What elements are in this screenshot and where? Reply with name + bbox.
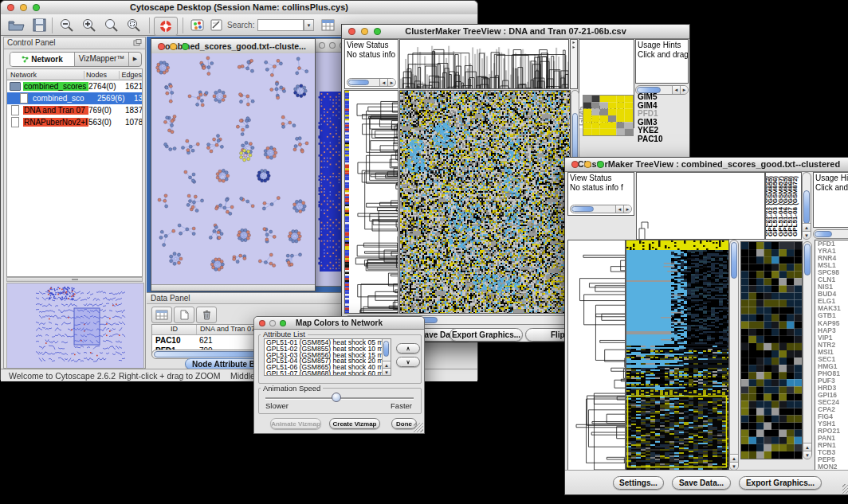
scrollbar-thumb[interactable] xyxy=(804,244,811,275)
close-icon[interactable] xyxy=(158,43,165,50)
scrollbar-thumb[interactable] xyxy=(731,242,737,279)
col-network[interactable]: Network xyxy=(7,71,84,79)
scroll-up-icon[interactable]: ▲ xyxy=(803,443,811,451)
tv1-heatmap-canvas[interactable] xyxy=(400,91,570,313)
delete-attribute-button[interactable] xyxy=(196,307,217,323)
tv2-action-button[interactable]: Save Data... xyxy=(672,476,731,490)
tab-overflow-arrow[interactable]: ▶ xyxy=(129,53,141,66)
network-hscrollbar[interactable] xyxy=(151,284,315,291)
scroll-left-icon[interactable]: ◄ xyxy=(379,79,387,86)
tv2-action-button[interactable]: Export Graphics... xyxy=(739,476,822,490)
scrollbar-thumb[interactable] xyxy=(815,231,832,237)
tv2-column-label[interactable]: GPL51-08 (GSM872) xyxy=(791,176,799,236)
close-icon[interactable] xyxy=(348,28,355,35)
col-edges[interactable]: Edges xyxy=(120,71,142,79)
scroll-down-icon[interactable]: ▼ xyxy=(803,451,811,459)
minimize-icon[interactable] xyxy=(269,320,276,326)
scroll-right-icon[interactable]: ► xyxy=(387,79,395,86)
main-titlebar[interactable]: Cytoscape Desktop (Session Name: collins… xyxy=(1,1,477,15)
minimize-icon[interactable] xyxy=(584,161,591,168)
tv1-row-dendrogram-canvas[interactable] xyxy=(350,91,398,313)
tv2-zoom-heatmap-canvas[interactable] xyxy=(741,242,802,459)
tv2-column-dendrogram-canvas[interactable] xyxy=(637,173,764,239)
scrollbar-thumb[interactable] xyxy=(571,206,594,212)
network-view-window[interactable]: combined_scores_good.txt--cluste... xyxy=(151,38,316,291)
close-icon[interactable] xyxy=(571,161,579,168)
treeview1-titlebar[interactable]: ClusterMaker TreeView : DNA and Tran 07-… xyxy=(342,25,689,39)
new-attribute-button[interactable] xyxy=(174,307,194,323)
scroll-up-icon[interactable]: ▲ xyxy=(803,223,811,231)
tv2-action-button[interactable]: Settings... xyxy=(613,476,664,490)
scrollbar-thumb[interactable] xyxy=(348,80,369,85)
scroll-left-icon[interactable]: ◄ xyxy=(615,205,623,213)
search-dropdown-button[interactable]: ▼ xyxy=(304,19,314,31)
attribute-listbox[interactable]: GPL51-01 (GSM854) heat shock 05 minGPL51… xyxy=(264,338,391,376)
tv1-mini-matrix-canvas[interactable] xyxy=(583,95,634,136)
close-icon[interactable] xyxy=(7,4,14,11)
help-button[interactable] xyxy=(154,17,178,36)
zoom-fit-button[interactable] xyxy=(101,17,122,34)
treeview2-titlebar[interactable]: ClusterMaker TreeView : combined_scores_… xyxy=(565,158,848,172)
network-list-row[interactable]: DNA and Tran 07 769(0) 183728(0) xyxy=(7,104,142,116)
search-input[interactable] xyxy=(257,19,304,31)
scrollbar-thumb[interactable] xyxy=(383,341,389,357)
tv2-zoom-vscrollbar[interactable]: ▲ ▼ xyxy=(803,241,812,459)
vizmapper-button[interactable] xyxy=(187,17,208,34)
scroll-up-icon[interactable]: ▲ xyxy=(730,454,738,462)
scroll-up-icon[interactable]: ▲ xyxy=(383,361,391,368)
data-table-button[interactable] xyxy=(151,307,172,323)
zoom-in-button[interactable] xyxy=(79,17,100,34)
tv2-status-scrollbar[interactable]: ◄ ► xyxy=(570,205,632,213)
create-vizmap-button[interactable]: Create Vizmap xyxy=(329,418,380,429)
resize-grip[interactable] xyxy=(842,484,848,494)
scroll-down-icon[interactable]: ▼ xyxy=(730,462,738,470)
tv1-gene-label[interactable]: GIM5 xyxy=(638,93,687,102)
attribute-item[interactable]: GPL51-07 (GSM868) heat shock 60 min xyxy=(266,371,391,376)
tv2-labels-vscrollbar[interactable]: ▲ ▼ xyxy=(802,172,811,240)
scroll-down-icon[interactable]: ▼ xyxy=(803,231,811,239)
dialog-titlebar[interactable]: Map Colors to Network xyxy=(254,317,424,330)
tv1-dendrogram-scroll-strip[interactable]: ► ► xyxy=(570,39,578,89)
tv1-status-scrollbar[interactable]: ◄ ► xyxy=(347,78,396,87)
network-overview-canvas[interactable] xyxy=(6,283,144,370)
save-session-button[interactable] xyxy=(29,17,50,34)
close-icon[interactable] xyxy=(319,42,325,49)
panel-splitter[interactable] xyxy=(6,277,143,282)
network-list-row[interactable]: RNAPuberNov2+I 563(0) 107847(0) xyxy=(7,116,142,128)
zoom-window-icon[interactable] xyxy=(33,4,40,11)
move-down-button[interactable]: ∨ xyxy=(396,357,420,367)
float-panel-icon[interactable] xyxy=(133,39,142,47)
col-id[interactable]: ID xyxy=(152,325,197,334)
close-icon[interactable] xyxy=(259,320,265,326)
animate-vizmap-button[interactable]: Animate Vizmap xyxy=(270,418,321,429)
zoom-out-button[interactable] xyxy=(57,17,77,34)
zoom-window-icon[interactable] xyxy=(374,28,381,35)
scroll-right-icon[interactable]: ► xyxy=(623,205,631,213)
minimize-icon[interactable] xyxy=(170,43,177,50)
scrollbar-thumb[interactable] xyxy=(803,190,810,224)
annotation-button[interactable] xyxy=(206,17,227,34)
tv1-gene-label[interactable]: YKE2 xyxy=(638,127,687,135)
tv1-gene-label[interactable]: PFD1 xyxy=(638,110,687,119)
tv2-heatmap-canvas[interactable] xyxy=(626,240,728,470)
network-graph-canvas[interactable] xyxy=(151,53,315,284)
col-nodes[interactable]: Nodes xyxy=(84,71,120,79)
minimize-icon[interactable] xyxy=(20,4,27,11)
tv2-row-dendrogram-canvas[interactable] xyxy=(568,240,625,470)
zoom-window-icon[interactable] xyxy=(182,43,189,50)
tv2-heatmap-vscrollbar[interactable]: ▲ ▼ xyxy=(729,240,739,471)
tab-vizmapper[interactable]: VizMapper™ xyxy=(75,53,129,66)
attribute-browser-button[interactable] xyxy=(318,17,339,34)
tv1-action-button[interactable]: Export Graphics... xyxy=(450,328,523,342)
move-up-button[interactable]: ∧ xyxy=(396,343,420,354)
tv1-gene-label[interactable]: PAC10 xyxy=(638,135,687,144)
zoom-window-icon[interactable] xyxy=(597,161,604,168)
tv1-column-dendrogram-canvas[interactable] xyxy=(400,40,568,88)
zoom-window-icon[interactable] xyxy=(280,320,286,326)
tv2-usage-scrollbar[interactable] xyxy=(813,229,848,239)
scroll-right-icon[interactable]: ► xyxy=(571,45,577,49)
minimize-icon[interactable] xyxy=(361,28,368,35)
scroll-down-icon[interactable]: ▼ xyxy=(383,368,391,375)
open-session-button[interactable] xyxy=(6,17,26,34)
network-list-row[interactable]: combined_sco 2569(6) 13112(15) xyxy=(7,92,142,104)
